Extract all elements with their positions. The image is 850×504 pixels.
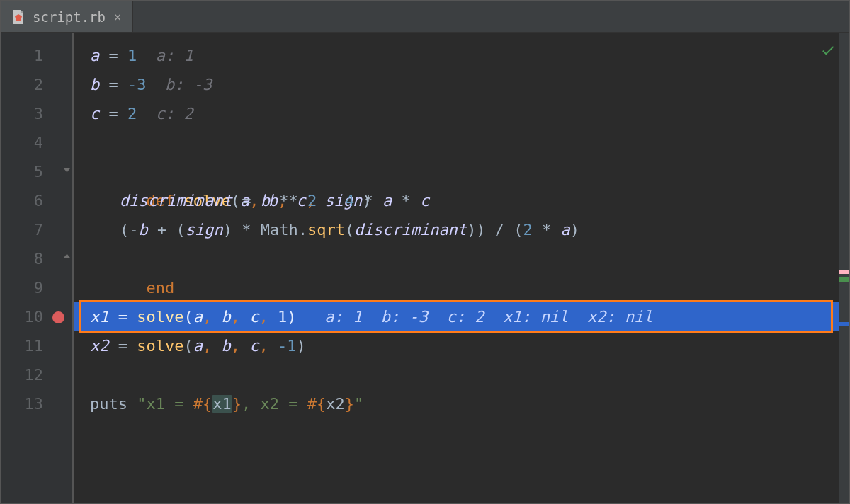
line-number[interactable]: 7	[1, 215, 72, 244]
code-line[interactable]: (-b + (sign) * Math.sqrt(discriminant)) …	[74, 215, 849, 244]
stripe-marker[interactable]	[839, 322, 849, 326]
code-line[interactable]: a = 1 a: 1	[74, 41, 849, 70]
highlighted-variable: x1	[212, 395, 232, 413]
inline-hint: c: 2	[137, 105, 193, 122]
line-number[interactable]: 4	[1, 128, 72, 157]
line-number[interactable]: 5	[1, 157, 72, 186]
line-number[interactable]: 6	[1, 186, 72, 215]
code-line[interactable]: puts "x1 = #{x1}, x2 = #{x2}"	[74, 389, 849, 418]
error-stripe[interactable]	[839, 33, 849, 503]
line-number-breakpoint[interactable]: 10	[1, 302, 72, 331]
line-number[interactable]: 8	[1, 244, 72, 273]
line-gutter[interactable]: 1 2 3 4 5 6 7 8 9 10 11 12 13	[1, 33, 72, 503]
stripe-marker[interactable]	[839, 277, 849, 282]
code-line[interactable]: discriminant = b ** 2 - 4 * a * c	[74, 186, 849, 215]
code-line-current[interactable]: x1 = solve(a, b, c, 1) a: 1 b: -3 c: 2 x…	[74, 302, 849, 331]
line-number[interactable]: 11	[1, 331, 72, 360]
line-number[interactable]: 2	[1, 70, 72, 99]
code-line[interactable]	[74, 273, 849, 302]
line-number[interactable]: 9	[1, 273, 72, 302]
inline-hint: a: 1	[137, 47, 193, 64]
tab-bar: script.rb ×	[1, 1, 849, 33]
code-line[interactable]: c = 2 c: 2	[74, 99, 849, 128]
line-number[interactable]: 13	[1, 389, 72, 418]
inline-hint: b: -3	[147, 76, 212, 93]
code-area[interactable]: a = 1 a: 1 b = -3 b: -3 c = 2 c: 2 def s…	[72, 33, 849, 503]
inline-debug-values: a: 1 b: -3 c: 2 x1: nil x2: nil	[296, 308, 652, 326]
line-number[interactable]: 3	[1, 99, 72, 128]
file-tab[interactable]: script.rb ×	[1, 1, 133, 32]
code-line[interactable]	[74, 128, 849, 157]
stripe-marker[interactable]	[839, 270, 849, 274]
code-line[interactable]	[74, 360, 849, 389]
code-editor: 1 2 3 4 5 6 7 8 9 10 11 12 13 a = 1 a: 1…	[1, 33, 849, 503]
code-line[interactable]: end	[74, 244, 849, 273]
line-number[interactable]: 1	[1, 41, 72, 70]
tab-filename: script.rb	[33, 9, 106, 25]
code-line[interactable]: def solve(a, b, c, sign)	[74, 157, 849, 186]
code-line[interactable]: x2 = solve(a, b, c, -1)	[74, 331, 849, 360]
ruby-file-icon	[11, 9, 26, 25]
line-number[interactable]: 12	[1, 360, 72, 389]
close-tab-icon[interactable]: ×	[113, 10, 123, 24]
code-line[interactable]: b = -3 b: -3	[74, 70, 849, 99]
